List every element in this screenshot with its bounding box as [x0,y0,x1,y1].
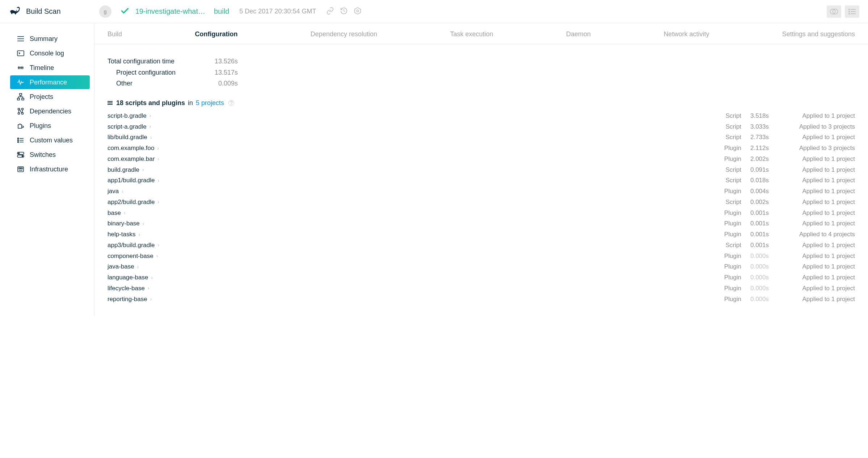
sidebar-item-label: Custom values [30,137,73,144]
tab-network-activity[interactable]: Network activity [663,30,709,38]
chevron-right-icon: › [149,111,151,120]
script-applied: Applied to 1 project [779,154,855,165]
sidebar-item-infrastructure[interactable]: Infrastructure [10,162,90,176]
hex-icon[interactable] [354,7,362,16]
build-name[interactable]: 19-investigate-what… [135,7,205,16]
script-row[interactable]: script-a.gradle›Script3.033sApplied to 3… [108,121,855,132]
script-time: 0.001s [750,229,779,240]
chevron-right-icon: › [157,154,159,163]
tab-build[interactable]: Build [108,30,122,38]
script-type: Plugin [721,154,750,165]
script-type: Plugin [721,261,750,272]
chevron-right-icon: › [124,208,126,217]
svg-point-4 [849,9,850,10]
script-row[interactable]: com.example.foo›Plugin2.112sApplied to 3… [108,143,855,154]
script-name: java-base› [108,261,721,272]
history-icon[interactable] [340,7,348,16]
script-row[interactable]: reporting-base›Plugin0.000sApplied to 1 … [108,294,855,305]
switches-icon [17,151,25,159]
svg-point-27 [22,108,24,110]
script-applied: Applied to 3 projects [779,143,855,154]
script-applied: Applied to 1 project [779,218,855,229]
sidebar-item-dependencies[interactable]: Dependencies [10,104,90,118]
build-timestamp: 5 Dec 2017 20:30:54 GMT [239,8,316,15]
script-row[interactable]: build.gradle›Script0.091sApplied to 1 pr… [108,165,855,175]
script-applied: Applied to 3 projects [779,121,855,132]
script-type: Plugin [721,208,750,218]
script-time: 2.112s [750,143,779,154]
sidebar-item-switches[interactable]: Switches [10,148,90,162]
svg-rect-19 [20,93,22,95]
total-config-value: 13.526s [209,56,238,67]
script-applied: Applied to 1 project [779,175,855,186]
sidebar-item-console-log[interactable]: Console log [10,46,90,60]
script-row[interactable]: lifecycle-base›Plugin0.000sApplied to 1 … [108,283,855,294]
chevron-right-icon: › [122,187,123,196]
script-row[interactable]: lib/build.gradle›Script2.733sApplied to … [108,132,855,143]
script-name: base› [108,208,721,218]
script-applied: Applied to 1 project [779,283,855,294]
script-row[interactable]: java›Plugin0.004sApplied to 1 project [108,186,855,197]
build-task[interactable]: build [214,7,229,16]
tab-task-execution[interactable]: Task execution [450,30,493,38]
tab-settings-and-suggestions[interactable]: Settings and suggestions [782,30,855,38]
performance-icon [17,78,25,86]
header-view-toggles [827,5,859,18]
svg-point-8 [849,13,850,14]
script-row[interactable]: language-base›Plugin0.000sApplied to 1 p… [108,272,855,283]
script-applied: Applied to 1 project [779,165,855,175]
script-name: com.example.foo› [108,143,721,154]
svg-rect-13 [17,51,24,56]
sidebar-item-projects[interactable]: Projects [10,90,90,104]
sidebar-item-performance[interactable]: Performance [10,75,90,89]
script-time: 0.004s [750,186,779,197]
script-name: lifecycle-base› [108,283,721,294]
script-row[interactable]: app3/build.gradle›Script0.001sApplied to… [108,240,855,251]
script-applied: Applied to 1 project [779,132,855,143]
chevron-right-icon: › [156,251,158,261]
sidebar-item-summary[interactable]: Summary [10,32,90,46]
tab-configuration[interactable]: Configuration [195,30,237,38]
sidebar-item-timeline[interactable]: Timeline [10,61,90,75]
scripts-count: 18 scripts and plugins [116,99,185,107]
timeline-icon [17,64,25,72]
script-name: language-base› [108,272,721,283]
script-type: Plugin [721,272,750,283]
script-time: 0.001s [750,208,779,218]
link-icon[interactable] [326,7,334,16]
avatar[interactable]: g [99,5,111,18]
script-row[interactable]: base›Plugin0.001sApplied to 1 project [108,208,855,218]
chevron-right-icon: › [138,230,140,239]
sidebar: SummaryConsole logTimelinePerformancePro… [0,23,94,316]
script-row[interactable]: app2/build.gradle›Script0.002sApplied to… [108,197,855,208]
tab-daemon[interactable]: Daemon [566,30,591,38]
script-row[interactable]: component-base›Plugin0.000sApplied to 1 … [108,251,855,262]
script-row[interactable]: com.example.bar›Plugin2.002sApplied to 1… [108,154,855,165]
help-icon[interactable]: ? [228,100,234,106]
chevron-right-icon: › [143,219,144,228]
script-name: app2/build.gradle› [108,197,721,208]
compare-view-button[interactable] [827,5,841,18]
script-row[interactable]: binary-base›Plugin0.001sApplied to 1 pro… [108,218,855,229]
script-time: 2.733s [750,132,779,143]
script-row[interactable]: app1/build.gradle›Script0.018sApplied to… [108,175,855,186]
script-type: Plugin [721,294,750,305]
content: Total configuration time 13.526s Project… [94,44,868,316]
svg-point-35 [18,140,19,141]
script-row[interactable]: script-b.gradle›Script3.518sApplied to 1… [108,111,855,121]
script-row[interactable]: help-tasks›Plugin0.001sApplied to 4 proj… [108,229,855,240]
projects-link[interactable]: 5 projects [196,99,224,107]
script-row[interactable]: java-base›Plugin0.000sApplied to 1 proje… [108,261,855,272]
script-time: 0.001s [750,218,779,229]
custom-icon [17,136,25,144]
script-applied: Applied to 1 project [779,261,855,272]
sidebar-item-plugins[interactable]: Plugins [10,119,90,133]
script-applied: Applied to 1 project [779,240,855,251]
collapse-all-icon[interactable] [108,101,113,105]
tab-dependency-resolution[interactable]: Dependency resolution [311,30,377,38]
app-title: Build Scan [26,7,61,16]
script-type: Script [721,240,750,251]
list-view-button[interactable] [845,5,859,18]
script-type: Plugin [721,283,750,294]
sidebar-item-custom-values[interactable]: Custom values [10,133,90,147]
